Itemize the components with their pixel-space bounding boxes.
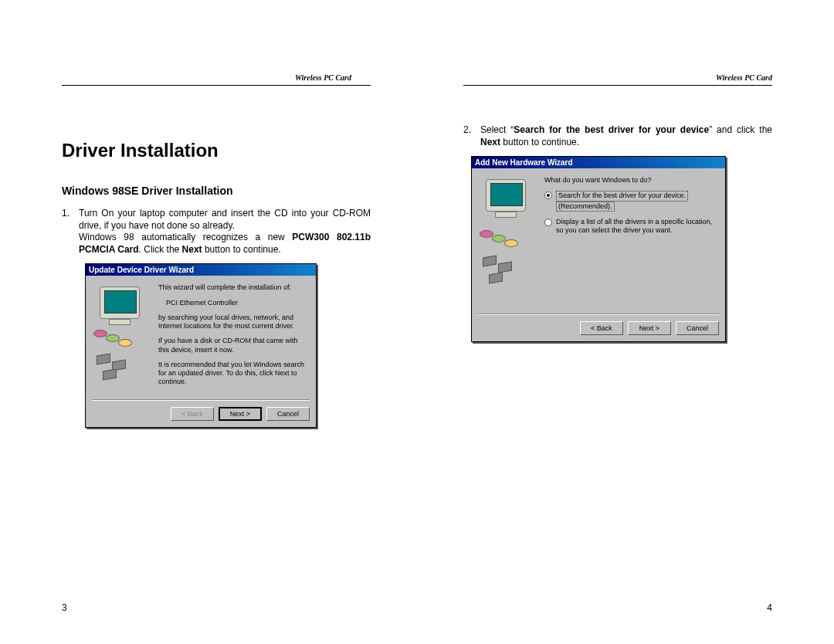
back-button[interactable]: < Back	[580, 321, 623, 335]
step-text: Select “	[480, 124, 514, 135]
dialog-body: What do you want Windows to do? Search f…	[472, 168, 725, 312]
radio-label: Search for the best driver for your devi…	[556, 191, 719, 212]
monitor-base-icon	[109, 319, 131, 325]
step-text: ” and click the	[709, 124, 772, 135]
chip-icon	[489, 273, 503, 284]
page-left: Wireless PC Card Driver Installation Win…	[0, 0, 417, 644]
monitor-icon	[486, 179, 526, 212]
dialog-line: If you have a disk or CD-ROM that came w…	[158, 337, 310, 354]
wizard-illustration	[478, 176, 540, 307]
dialog-line: It is recommended that you let Windows s…	[158, 361, 310, 387]
radio-label: Display a list of all the drivers in a s…	[556, 218, 719, 236]
radio-icon[interactable]	[544, 219, 552, 226]
next-button[interactable]: Next >	[628, 321, 671, 335]
next-button[interactable]: Next >	[219, 407, 262, 421]
spacer	[463, 86, 772, 124]
cancel-button[interactable]: Cancel	[676, 321, 719, 335]
step-body: Select “Search for the best driver for y…	[480, 124, 772, 148]
step-number: 2.	[463, 124, 480, 148]
dialog-separator	[92, 399, 310, 401]
dialog-1-container: Update Device Driver Wizard This wizard …	[85, 263, 371, 427]
step-text: button to continue.	[500, 137, 579, 147]
add-new-hardware-wizard-dialog: Add New Hardware Wizard What do you want…	[471, 156, 726, 342]
dialog-body: This wizard will complete the installati…	[86, 276, 316, 397]
disc-icon	[118, 339, 132, 347]
step-text: Turn On your laptop computer and insert …	[79, 208, 371, 231]
step-2: 2. Select “Search for the best driver fo…	[463, 124, 772, 148]
cancel-button[interactable]: Cancel	[266, 407, 310, 421]
header-right-label: Wireless PC Card	[463, 73, 772, 82]
chip-icon	[103, 369, 117, 381]
dialog-titlebar: Update Device Driver Wizard	[86, 264, 316, 276]
next-label: Next	[480, 137, 500, 147]
header-rule-left	[62, 85, 371, 86]
chip-icon	[498, 262, 512, 273]
back-button[interactable]: < Back	[171, 407, 214, 421]
dialog-line: by searching your local drives, network,…	[158, 314, 310, 331]
chip-icon	[97, 354, 110, 365]
page-number-left: 3	[62, 602, 67, 613]
step-text: button to continue.	[202, 244, 281, 255]
dialog-line: This wizard will complete the installati…	[158, 283, 310, 292]
step-text: Windows 98 automatically recognizes a ne…	[79, 232, 292, 242]
page-title: Driver Installation	[62, 140, 371, 161]
dialog-titlebar: Add New Hardware Wizard	[472, 157, 725, 168]
dialog-device: PCI Ethernet Controller	[158, 299, 310, 307]
radio-icon[interactable]	[544, 192, 552, 199]
radio-text-selected: (Recommended).	[556, 202, 615, 212]
dialog-2-container: Add New Hardware Wizard What do you want…	[471, 156, 772, 342]
option-bold: Search for the best driver for your devi…	[514, 124, 709, 135]
section-title: Windows 98SE Driver Installation	[62, 185, 371, 197]
wizard-illustration	[92, 283, 154, 391]
disc-icon	[480, 230, 493, 238]
header-left-label: Wireless PC Card	[62, 73, 351, 82]
disc-icon	[504, 239, 518, 247]
disc-icon	[492, 235, 506, 242]
page-number-right: 4	[767, 602, 772, 613]
dialog-text: What do you want Windows to do? Search f…	[540, 176, 719, 307]
page-right: Wireless PC Card 2. Select “Search for t…	[417, 0, 834, 644]
step-body: Turn On your laptop computer and insert …	[79, 208, 371, 256]
radio-option-search[interactable]: Search for the best driver for your devi…	[544, 191, 719, 212]
chip-icon	[483, 256, 497, 267]
step-number: 1.	[62, 208, 79, 256]
update-driver-wizard-dialog: Update Device Driver Wizard This wizard …	[85, 263, 317, 427]
radio-option-list[interactable]: Display a list of all the drivers in a s…	[544, 218, 719, 236]
step-text: . Click the	[139, 244, 182, 255]
step-1: 1. Turn On your laptop computer and inse…	[62, 208, 371, 256]
radio-text-selected: Search for the best driver for your devi…	[556, 191, 688, 201]
dialog-button-row: < Back Next > Cancel	[472, 317, 725, 341]
dialog-button-row: < Back Next > Cancel	[86, 402, 316, 427]
dialog-text: This wizard will complete the installati…	[154, 283, 310, 392]
monitor-icon	[100, 286, 140, 319]
monitor-base-icon	[495, 212, 517, 218]
dialog-separator	[478, 314, 719, 315]
dialog-prompt: What do you want Windows to do?	[544, 176, 719, 185]
next-label: Next	[182, 244, 202, 255]
